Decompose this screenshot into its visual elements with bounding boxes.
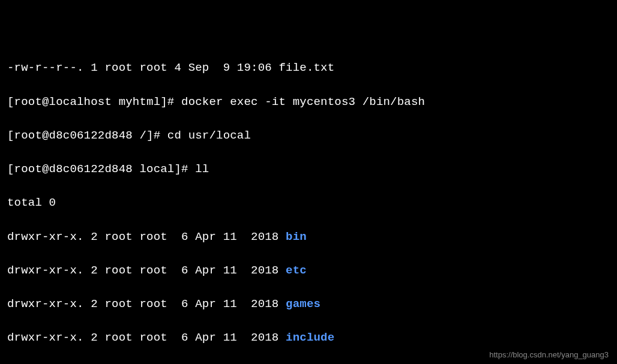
terminal-line: drwxr-xr-x. 2 root root 6 Apr 11 2018 bi… xyxy=(7,228,610,245)
terminal-line: [root@localhost myhtml]# docker exec -it… xyxy=(7,94,610,110)
terminal-line: [root@d8c06122d848 /]# cd usr/local xyxy=(7,127,610,144)
output-text: total 0 xyxy=(7,196,56,209)
terminal-line: drwxr-xr-x. 2 root root 6 Apr 11 2018 in… xyxy=(7,329,610,346)
terminal-line: [root@d8c06122d848 local]# ll xyxy=(7,161,610,178)
terminal-line: drwxr-xr-x. 2 root root 6 Apr 11 2018 ga… xyxy=(7,296,610,312)
ls-entry-meta: drwxr-xr-x. 2 root root 6 Apr 11 2018 xyxy=(7,230,286,243)
terminal-line: drwxr-xr-x. 2 root root 6 Apr 11 2018 et… xyxy=(7,262,610,279)
shell-prompt: [root@localhost myhtml]# xyxy=(7,95,181,109)
directory-name: include xyxy=(286,331,334,344)
ls-entry-meta: drwxr-xr-x. 2 root root 6 Apr 11 2018 xyxy=(7,331,286,344)
command-text: ll xyxy=(195,163,209,176)
output-text: -rw-r--r--. 1 root root 4 Sep 9 19:06 fi… xyxy=(7,61,334,74)
directory-name: etc xyxy=(286,264,307,277)
shell-prompt: [root@d8c06122d848 /]# xyxy=(7,129,167,142)
ls-entry-meta: drwxr-xr-x. 2 root root 6 Apr 11 2018 xyxy=(7,264,286,277)
ls-entry-meta: drwxr-xr-x. 2 root root 6 Apr 11 2018 xyxy=(7,297,286,311)
directory-name: bin xyxy=(286,230,307,243)
directory-name: games xyxy=(286,297,321,311)
terminal-line: -rw-r--r--. 1 root root 4 Sep 9 19:06 fi… xyxy=(7,59,610,76)
command-text: cd usr/local xyxy=(167,129,251,142)
command-text: docker exec -it mycentos3 /bin/bash xyxy=(181,95,425,109)
watermark-text: https://blog.csdn.net/yang_guang3 xyxy=(489,349,609,360)
shell-prompt: [root@d8c06122d848 local]# xyxy=(7,163,195,176)
terminal-line: total 0 xyxy=(7,194,610,211)
